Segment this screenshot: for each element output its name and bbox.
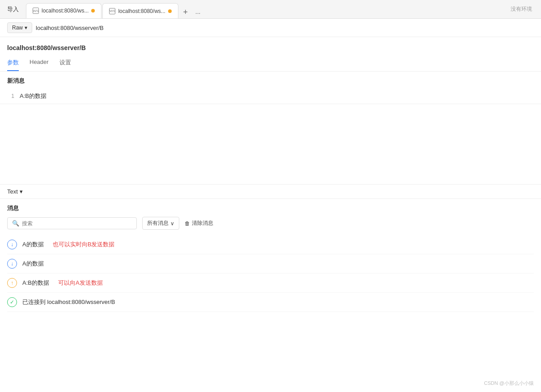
- message-text-3: A:B的数据: [22, 279, 49, 287]
- message-arrow-up-1: ↑: [7, 278, 17, 288]
- text-format-chevron: ▾: [20, 188, 23, 195]
- main-content: localhost:8080/wsserver/B 参数 Header 设置 新…: [0, 37, 541, 316]
- tab-1-label: localhost:8080/ws...: [42, 8, 89, 14]
- message-item-4: ✓ 已连接到 localhost:8080/wsserver/B: [7, 293, 534, 312]
- message-item-3: ↑ A:B的数据 可以向A发送数据: [7, 274, 534, 293]
- message-item-1: ↓ A的数据 也可以实时向B发送数据: [7, 235, 534, 254]
- no-env-label: 没有环境: [511, 5, 537, 13]
- message-connected-icon: ✓: [7, 297, 17, 307]
- text-format-dropdown[interactable]: Text ▾: [7, 188, 23, 195]
- browser-chrome: 导入 WS localhost:8080/ws... WS localhost:…: [0, 0, 541, 19]
- text-dropdown-bar: Text ▾: [0, 185, 541, 199]
- tab-2[interactable]: WS localhost:8080/ws...: [102, 3, 178, 18]
- message-item-2: ↓ A的数据: [7, 254, 534, 274]
- search-icon: 🔍: [12, 220, 19, 227]
- ws-icon-1: WS: [33, 8, 39, 14]
- message-annotation-3: 可以向A发送数据: [58, 279, 103, 287]
- watermark: CSDN @小那么小小猿: [484, 380, 534, 387]
- empty-message-area: [0, 104, 541, 185]
- message-arrow-down-2: ↓: [7, 259, 17, 269]
- new-message-row: 1 A:B的数据: [0, 89, 541, 104]
- text-format-label: Text: [7, 188, 18, 195]
- tab-2-label: localhost:8080/ws...: [118, 8, 165, 14]
- raw-dropdown-button[interactable]: Raw ▾: [7, 22, 32, 33]
- tab-2-dot: [168, 9, 172, 13]
- filter-dropdown[interactable]: 所有消息 ∨: [142, 217, 179, 230]
- new-message-content[interactable]: A:B的数据: [20, 92, 46, 100]
- import-button[interactable]: 导入: [4, 4, 22, 15]
- tab-navigation: 参数 Header 设置: [0, 55, 541, 72]
- filter-label: 所有消息: [147, 219, 169, 227]
- message-text-1: A的数据: [22, 240, 44, 249]
- page-title: localhost:8080/wsserver/B: [0, 37, 541, 55]
- trash-icon: 🗑: [185, 220, 190, 227]
- message-text-4: 已连接到 localhost:8080/wsserver/B: [22, 298, 115, 306]
- clear-label: 清除消息: [192, 219, 213, 227]
- messages-section: 消息 🔍 所有消息 ∨ 🗑 清除消息 ↓ A的数据 也可以实时向B发送数据: [0, 199, 541, 316]
- raw-chevron-icon: ▾: [25, 25, 27, 31]
- new-message-label: 新消息: [0, 72, 541, 89]
- message-list: ↓ A的数据 也可以实时向B发送数据 ↓ A的数据 ↑ A:B的数据 可以向A发…: [7, 235, 534, 312]
- message-annotation-1: 也可以实时向B发送数据: [53, 240, 115, 249]
- ws-icon-2: WS: [109, 8, 115, 14]
- search-input-container[interactable]: 🔍: [7, 217, 137, 229]
- add-tab-button[interactable]: +: [179, 6, 192, 18]
- messages-title: 消息: [7, 204, 534, 212]
- new-message-section: 新消息 1 A:B的数据: [0, 72, 541, 104]
- raw-label: Raw: [12, 25, 23, 31]
- toolbar: Raw ▾ localhost:8080/wsserver/B: [0, 19, 541, 37]
- search-input[interactable]: [22, 220, 132, 227]
- search-filter-row: 🔍 所有消息 ∨ 🗑 清除消息: [7, 217, 534, 230]
- url-display: localhost:8080/wsserver/B: [36, 25, 104, 31]
- more-tabs-button[interactable]: ···: [192, 8, 204, 18]
- tabs-area: WS localhost:8080/ws... WS localhost:808…: [26, 0, 507, 18]
- message-arrow-down-1: ↓: [7, 240, 17, 249]
- tab-params[interactable]: 参数: [7, 55, 19, 71]
- tab-1[interactable]: WS localhost:8080/ws...: [26, 3, 101, 18]
- row-number: 1: [7, 93, 14, 99]
- filter-chevron-icon: ∨: [170, 220, 174, 227]
- message-text-2: A的数据: [22, 260, 44, 268]
- tab-1-dot: [91, 9, 95, 13]
- tab-header[interactable]: Header: [30, 55, 49, 71]
- tab-settings[interactable]: 设置: [59, 55, 71, 71]
- clear-messages-button[interactable]: 🗑 清除消息: [185, 219, 213, 227]
